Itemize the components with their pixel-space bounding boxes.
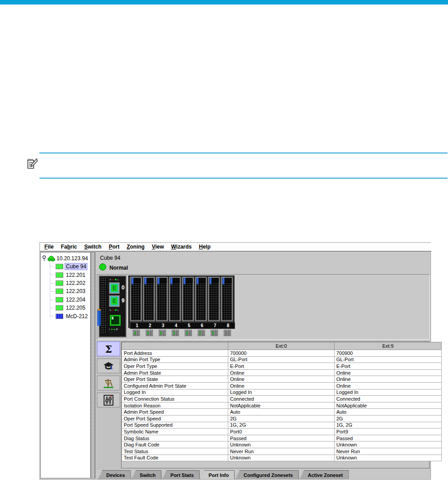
menu-wizards[interactable]: Wizards: [168, 243, 196, 250]
column-header-blank: [122, 342, 228, 350]
tree-item-label: 122.203: [65, 288, 86, 294]
tree-item-label: Cube 94: [65, 263, 87, 270]
table-row[interactable]: Isolation ReasonNotApplicableNotApplicab…: [122, 402, 442, 409]
port-blade-5[interactable]: [182, 277, 194, 321]
switch-green-icon: [56, 289, 63, 294]
tree-root-fabric[interactable]: 10.20.123.94: [42, 255, 88, 262]
value-cell: Online: [228, 369, 335, 376]
value-cell: GL-Port: [228, 356, 335, 363]
table-row[interactable]: Oper Port Speed2G2G: [122, 415, 442, 422]
view-toolbar: Σ: [96, 341, 121, 470]
switch-blue-icon: [56, 314, 63, 319]
table-row[interactable]: Port Connection StatusConnectedConnected: [122, 396, 442, 402]
tab-port-info[interactable]: Port Info: [200, 470, 235, 479]
menu-view[interactable]: View: [148, 243, 167, 250]
value-cell: Online: [335, 369, 442, 376]
table-row[interactable]: Oper Port TypeE-PortE-Port: [122, 363, 442, 370]
tree-item-label: 122.205: [65, 305, 86, 311]
tree-root-label[interactable]: 10.20.123.94: [57, 255, 88, 262]
port-led-1: [133, 330, 140, 336]
port-blade-6[interactable]: [195, 277, 207, 321]
menu-file[interactable]: File: [41, 243, 57, 250]
controller-module: A L E0E9 A L ○●●⊘ ··: [99, 275, 126, 337]
tree-item-label: 122.204: [65, 297, 86, 303]
graduation-cap-button[interactable]: [97, 359, 120, 373]
tab-active-zoneset[interactable]: Active Zoneset: [300, 470, 348, 479]
port-control-icon: [103, 394, 114, 406]
table-row[interactable]: Configured Admin Port StateOnlineOnline: [122, 382, 442, 389]
tab-switch[interactable]: Switch: [132, 470, 161, 479]
port-type-letter: E: [110, 297, 118, 306]
table-row[interactable]: Admin Port TypeGL-PortGL-Port: [122, 356, 442, 363]
blade-latch-icon: [144, 278, 147, 284]
port-type-letter: E: [110, 284, 118, 293]
table-row[interactable]: Admin Port StateOnlineOnline: [122, 369, 442, 376]
tree-item-label: McD-212: [65, 313, 89, 319]
port-control-button[interactable]: [97, 393, 120, 407]
menu-zoning[interactable]: Zoning: [123, 243, 148, 250]
port-blade-7[interactable]: [208, 277, 220, 321]
switch-green-icon: [56, 297, 63, 302]
status-led-cluster: ○●●⊘ ··: [109, 328, 119, 334]
switch-name-label: Cube 94: [100, 255, 120, 261]
port-led-2: [146, 330, 153, 336]
port-blade-3[interactable]: [156, 277, 168, 321]
value-cell: NotApplicable: [228, 402, 335, 409]
row-label-cell: Diag Fault Code: [122, 442, 228, 448]
tree-item-cube-94[interactable]: Cube 94: [41, 262, 91, 271]
port-number-label: 9: [122, 297, 126, 304]
tree-item-122-205[interactable]: 122.205: [41, 304, 91, 312]
table-row[interactable]: Test Fault CodeUnknownUnknown: [122, 455, 442, 461]
status-label: Normal: [109, 265, 128, 271]
switch-green-icon: [56, 272, 63, 278]
tree-item-122-204[interactable]: 122.204: [41, 296, 91, 304]
table-row[interactable]: Logged InLogged InLogged In: [122, 389, 442, 396]
menu-help[interactable]: Help: [196, 243, 214, 250]
row-label-cell: Diag Status: [122, 435, 228, 442]
tree-scrollbar[interactable]: [91, 252, 95, 478]
value-cell: 700000: [228, 350, 335, 357]
table-row[interactable]: Diag StatusPassedPassed: [122, 435, 442, 442]
row-label-cell: Test Status: [122, 448, 228, 455]
table-row[interactable]: Diag Fault CodeUnknownUnknown: [122, 442, 442, 448]
value-cell: Unknown: [335, 442, 442, 448]
blade-latch-icon: [157, 278, 160, 284]
port-blade-1[interactable]: [130, 277, 142, 321]
graduation-cap-icon: [103, 361, 114, 371]
table-row[interactable]: Test StatusNever RunNever Run: [122, 448, 442, 455]
tree-item-122-201[interactable]: 122.201: [41, 271, 91, 279]
tree-expander-icon[interactable]: [42, 255, 46, 262]
tab-devices[interactable]: Devices: [98, 470, 131, 479]
row-label-cell: Oper Port Type: [122, 363, 228, 370]
table-row[interactable]: Symbolic NamePort0Port9: [122, 429, 442, 435]
summary-sigma-button[interactable]: Σ: [97, 341, 120, 356]
tab-port-stats[interactable]: Port Stats: [162, 470, 200, 479]
menu-fabric[interactable]: Fabric: [57, 243, 81, 250]
note-divider-top: [39, 153, 448, 153]
value-cell: Online: [335, 376, 442, 383]
menu-port[interactable]: Port: [105, 243, 123, 250]
tree-item-122-202[interactable]: 122.202: [41, 279, 91, 287]
port-blade-4[interactable]: [169, 277, 181, 321]
table-row[interactable]: Port Address700000700900: [122, 350, 442, 357]
blade-latch-icon: [196, 278, 199, 284]
table-row[interactable]: Admin Port SpeedAutoAuto: [122, 409, 442, 415]
row-label-cell: Test Fault Code: [122, 455, 228, 461]
menu-switch[interactable]: Switch: [81, 243, 105, 250]
port-blade-2[interactable]: [143, 277, 155, 321]
table-header-row: Ext:0Ext:9: [122, 342, 442, 350]
tree-item-122-203[interactable]: 122.203: [41, 287, 91, 295]
value-cell: 2G: [228, 415, 335, 422]
led-label-l: L: [117, 278, 119, 281]
port-blade-8[interactable]: [221, 277, 233, 321]
utility-pole-button[interactable]: [97, 376, 120, 390]
table-row[interactable]: Port Speed Supported1G, 2G1G, 2G: [122, 422, 442, 429]
row-label-cell: Admin Port State: [122, 369, 228, 376]
value-cell: GL-Port: [335, 356, 442, 363]
blade-number-label: 3: [157, 323, 170, 328]
tab-configured-zonesets[interactable]: Configured Zonesets: [235, 470, 299, 479]
table-row[interactable]: Oper Port StateOnlineOnline: [122, 376, 442, 383]
fabric-tree-panel: 10.20.123.94 Cube 94122.201122.202122.20…: [40, 252, 91, 478]
blade-latch-icon: [209, 278, 212, 284]
tree-item-mcd-212[interactable]: McD-212: [41, 312, 91, 320]
